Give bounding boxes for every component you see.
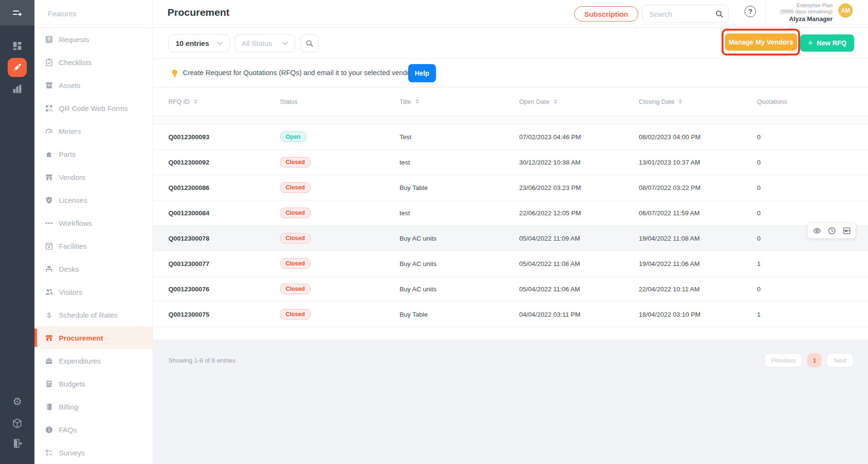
sidebar-item-facilities[interactable]: Facilities xyxy=(34,234,153,257)
table-row[interactable]: Q0012300075ClosedBuy Table04/04/2022 03:… xyxy=(153,302,868,327)
sidebar-item-qr-code-web-forms[interactable]: QR Code Web Forms xyxy=(34,97,153,120)
table-row[interactable]: Q0012300076ClosedBuy AC units05/04/2022 … xyxy=(153,276,868,302)
previous-page-button[interactable]: Previous xyxy=(764,353,803,367)
sidebar-item-billing[interactable]: Billing xyxy=(34,395,153,418)
cell-quotations: 0 xyxy=(757,159,868,166)
table-search-button[interactable] xyxy=(300,34,319,52)
features-nav[interactable] xyxy=(8,58,27,77)
search-icon xyxy=(306,40,313,47)
cell-rfq-id: Q0012300086 xyxy=(168,184,280,191)
cell-title: Buy Table xyxy=(400,184,519,191)
sidebar-item-vendors[interactable]: Vendors xyxy=(34,166,153,188)
table-header-row: RFQ IDStatusTitleOpen DateClosing DateQu… xyxy=(153,88,868,116)
table-row[interactable]: Q0012300086ClosedBuy Table23/06/2022 03:… xyxy=(153,175,868,200)
sidebar-item-label: Budgets xyxy=(59,380,85,388)
sidebar-item-label: Meters xyxy=(59,127,81,135)
entries-per-page-value: 10 entries xyxy=(176,39,209,47)
sidebar-item-assets[interactable]: Assets xyxy=(34,74,153,97)
cell-open-date: 05/04/2022 11:08 AM xyxy=(519,260,639,267)
current-page-button[interactable]: 1 xyxy=(807,353,822,367)
details-panel-icon[interactable] xyxy=(843,227,851,235)
sidebar-item-label: QR Code Web Forms xyxy=(59,104,128,112)
sidebar-item-budgets[interactable]: Budgets xyxy=(34,372,153,395)
sidebar-item-visitors[interactable]: Visitors xyxy=(34,280,153,303)
sidebar-item-checklists[interactable]: Checklists xyxy=(34,51,153,74)
sidebar-item-procurement[interactable]: Procurement xyxy=(34,326,153,349)
table-footer: Showing 1-8 of 8 entries Previous 1 Next xyxy=(153,340,868,464)
column-header-rfq-id[interactable]: RFQ ID xyxy=(168,98,280,105)
sidebar-item-surveys[interactable]: Surveys xyxy=(34,441,153,464)
cell-status: Closed xyxy=(280,157,400,167)
entries-per-page-select[interactable]: 10 entries xyxy=(168,34,230,52)
column-header-title[interactable]: Title xyxy=(400,98,519,105)
sidebar-item-label: Workflows xyxy=(59,219,92,227)
page-title: Procurement xyxy=(167,7,230,18)
sidebar-item-schedule-of-rates[interactable]: $Schedule of Rates xyxy=(34,303,153,326)
sidebar-item-parts[interactable]: Parts xyxy=(34,143,153,166)
row-actions-card xyxy=(807,222,856,239)
new-rfq-button[interactable]: + New RFQ xyxy=(800,34,854,52)
clipboard-check-icon xyxy=(45,58,53,66)
integrations-nav[interactable] xyxy=(11,417,24,430)
settings-nav[interactable]: ⚙ xyxy=(11,395,24,409)
global-search-input[interactable] xyxy=(649,10,715,18)
subscription-button[interactable]: Subscription xyxy=(574,6,638,22)
view-eye-icon[interactable] xyxy=(813,227,821,235)
manage-my-vendors-button[interactable]: Manage My Vendors xyxy=(725,33,797,51)
calculator-icon xyxy=(45,379,53,388)
sidebar-item-faqs[interactable]: FAQs xyxy=(34,418,153,441)
cell-title: test xyxy=(400,159,519,166)
sidebar-item-meters[interactable]: Meters xyxy=(34,120,153,143)
cell-status: Closed xyxy=(280,284,400,294)
help-icon[interactable]: ? xyxy=(745,6,756,17)
status-badge: Closed xyxy=(280,208,311,218)
shield-icon xyxy=(45,196,53,204)
chevron-down-icon xyxy=(217,42,223,45)
user-name: Alyza Manager xyxy=(780,16,833,22)
collapse-sidebar-button[interactable] xyxy=(0,0,34,25)
column-header-closing-date[interactable]: Closing Date xyxy=(639,98,757,105)
cell-title: test xyxy=(400,210,519,217)
table-row[interactable]: Q0012300078ClosedBuy AC units05/04/2022 … xyxy=(153,226,868,251)
user-plan-block: Enterprise Plan (9999 days remaining) Al… xyxy=(780,2,833,22)
topbar-divider xyxy=(635,0,636,27)
cell-open-date: 07/02/2023 04:46 PM xyxy=(519,133,639,141)
next-page-button[interactable]: Next xyxy=(826,353,854,367)
puzzle-icon xyxy=(45,150,53,158)
global-search xyxy=(642,5,729,23)
cell-rfq-id: Q0012300092 xyxy=(168,159,280,166)
sidebar-item-requests[interactable]: ?Requests xyxy=(34,28,153,51)
logout-nav[interactable] xyxy=(11,437,24,450)
sidebar-item-desks[interactable]: Desks xyxy=(34,257,153,280)
cell-quotations: 0 xyxy=(757,133,868,141)
table-toolbar: 10 entries All Status Manage My Vendors xyxy=(153,28,868,59)
help-button[interactable]: Help xyxy=(408,64,436,82)
table-row[interactable]: Q0012300093OpenTest07/02/2023 04:46 PM08… xyxy=(153,124,868,150)
search-icon[interactable] xyxy=(715,10,723,18)
cell-rfq-id: Q0012300076 xyxy=(168,286,280,293)
dashboard-nav[interactable] xyxy=(11,39,24,53)
sidebar-item-label: Requests xyxy=(59,35,89,44)
svg-text:$: $ xyxy=(47,311,51,319)
reports-nav[interactable] xyxy=(11,82,24,96)
sort-arrows-icon xyxy=(415,99,419,104)
status-filter-select[interactable]: All Status xyxy=(234,34,295,52)
table-row[interactable]: Q0012300084Closedtest22/06/2022 12:05 PM… xyxy=(153,200,868,226)
avatar[interactable]: AM xyxy=(838,3,853,18)
sidebar-item-label: Visitors xyxy=(59,288,82,296)
gauge-icon xyxy=(45,127,53,135)
history-clock-icon[interactable] xyxy=(828,227,836,235)
table-row[interactable]: Q0012300092Closedtest30/12/2022 10:38 AM… xyxy=(153,150,868,175)
sidebar-item-licenses[interactable]: Licenses xyxy=(34,188,153,211)
dollar-icon: $ xyxy=(45,310,53,319)
status-badge: Closed xyxy=(280,258,311,269)
sidebar-item-workflows[interactable]: Workflows xyxy=(34,211,153,234)
table-row[interactable]: Q0012300077ClosedBuy AC units05/04/2022 … xyxy=(153,251,868,276)
sidebar-item-label: Licenses xyxy=(59,196,87,204)
cell-quotations: 1 xyxy=(757,311,868,318)
icon-rail: ⚙ xyxy=(0,0,34,464)
column-header-open-date[interactable]: Open Date xyxy=(519,98,639,105)
people-icon xyxy=(45,287,53,296)
reports-chart-icon xyxy=(12,84,22,94)
sidebar-item-expenditures[interactable]: Expenditures xyxy=(34,349,153,372)
